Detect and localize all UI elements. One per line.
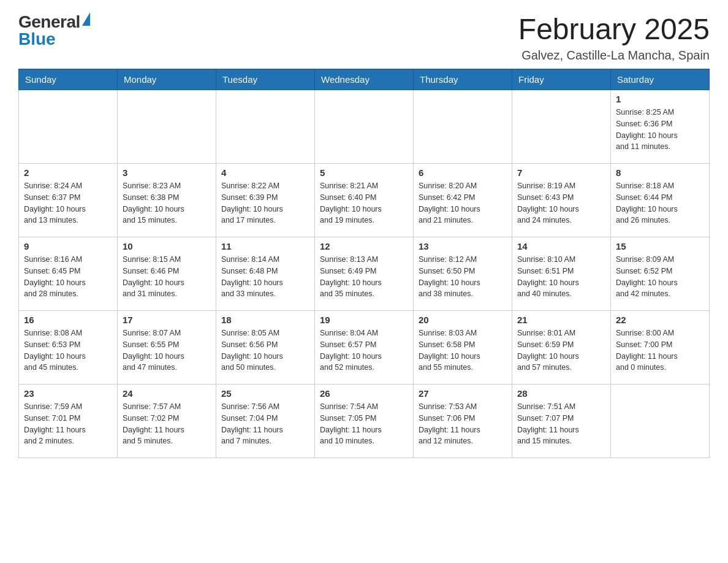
calendar-cell-2-5: 14Sunrise: 8:10 AM Sunset: 6:51 PM Dayli…: [512, 237, 611, 311]
header: General Blue February 2025 Galvez, Casti…: [18, 12, 710, 63]
day-info: Sunrise: 8:07 AM Sunset: 6:55 PM Dayligh…: [123, 327, 211, 373]
weekday-header-monday: Monday: [118, 69, 216, 90]
calendar-title: February 2025: [518, 12, 710, 46]
day-number: 24: [123, 388, 211, 399]
calendar-cell-4-6: [611, 385, 710, 458]
calendar-cell-2-1: 10Sunrise: 8:15 AM Sunset: 6:46 PM Dayli…: [118, 237, 216, 311]
week-row-1: 1Sunrise: 8:25 AM Sunset: 6:36 PM Daylig…: [19, 90, 710, 164]
day-number: 28: [517, 388, 605, 399]
day-number: 20: [419, 315, 507, 325]
day-number: 1: [616, 94, 704, 104]
calendar-cell-4-2: 25Sunrise: 7:56 AM Sunset: 7:04 PM Dayli…: [216, 385, 315, 458]
day-info: Sunrise: 7:57 AM Sunset: 7:02 PM Dayligh…: [123, 401, 211, 447]
calendar-cell-1-3: 5Sunrise: 8:21 AM Sunset: 6:40 PM Daylig…: [315, 164, 414, 237]
day-number: 23: [24, 388, 112, 399]
day-number: 15: [616, 241, 704, 251]
calendar-cell-4-4: 27Sunrise: 7:53 AM Sunset: 7:06 PM Dayli…: [414, 385, 512, 458]
calendar-cell-2-2: 11Sunrise: 8:14 AM Sunset: 6:48 PM Dayli…: [216, 237, 315, 311]
calendar-cell-1-0: 2Sunrise: 8:24 AM Sunset: 6:37 PM Daylig…: [19, 164, 118, 237]
week-row-3: 9Sunrise: 8:16 AM Sunset: 6:45 PM Daylig…: [19, 237, 710, 311]
day-number: 6: [419, 167, 507, 178]
title-area: February 2025 Galvez, Castille-La Mancha…: [518, 12, 710, 63]
week-row-4: 16Sunrise: 8:08 AM Sunset: 6:53 PM Dayli…: [19, 311, 710, 385]
day-info: Sunrise: 7:56 AM Sunset: 7:04 PM Dayligh…: [221, 401, 309, 447]
calendar-cell-3-0: 16Sunrise: 8:08 AM Sunset: 6:53 PM Dayli…: [19, 311, 118, 385]
calendar-cell-3-1: 17Sunrise: 8:07 AM Sunset: 6:55 PM Dayli…: [118, 311, 216, 385]
day-number: 5: [320, 167, 408, 178]
day-number: 21: [517, 315, 605, 325]
calendar-cell-4-1: 24Sunrise: 7:57 AM Sunset: 7:02 PM Dayli…: [118, 385, 216, 458]
day-info: Sunrise: 8:15 AM Sunset: 6:46 PM Dayligh…: [123, 254, 211, 300]
day-info: Sunrise: 8:22 AM Sunset: 6:39 PM Dayligh…: [221, 180, 309, 226]
calendar-cell-2-4: 13Sunrise: 8:12 AM Sunset: 6:50 PM Dayli…: [414, 237, 512, 311]
day-info: Sunrise: 8:05 AM Sunset: 6:56 PM Dayligh…: [221, 327, 309, 373]
day-number: 4: [221, 167, 309, 178]
day-info: Sunrise: 8:25 AM Sunset: 6:36 PM Dayligh…: [616, 107, 704, 153]
calendar-cell-2-6: 15Sunrise: 8:09 AM Sunset: 6:52 PM Dayli…: [611, 237, 710, 311]
day-info: Sunrise: 7:51 AM Sunset: 7:07 PM Dayligh…: [517, 401, 605, 447]
calendar-cell-0-0: [19, 90, 118, 164]
calendar-cell-0-4: [414, 90, 512, 164]
day-number: 17: [123, 315, 211, 325]
calendar-cell-1-4: 6Sunrise: 8:20 AM Sunset: 6:42 PM Daylig…: [414, 164, 512, 237]
day-number: 7: [517, 167, 605, 178]
weekday-header-saturday: Saturday: [611, 69, 710, 90]
day-info: Sunrise: 8:00 AM Sunset: 7:00 PM Dayligh…: [616, 327, 704, 373]
calendar-cell-3-3: 19Sunrise: 8:04 AM Sunset: 6:57 PM Dayli…: [315, 311, 414, 385]
calendar-cell-4-3: 26Sunrise: 7:54 AM Sunset: 7:05 PM Dayli…: [315, 385, 414, 458]
logo-blue: Blue: [18, 29, 127, 49]
day-number: 3: [123, 167, 211, 178]
day-info: Sunrise: 8:21 AM Sunset: 6:40 PM Dayligh…: [320, 180, 408, 226]
day-info: Sunrise: 8:09 AM Sunset: 6:52 PM Dayligh…: [616, 254, 704, 300]
day-info: Sunrise: 8:10 AM Sunset: 6:51 PM Dayligh…: [517, 254, 605, 300]
calendar-cell-3-4: 20Sunrise: 8:03 AM Sunset: 6:58 PM Dayli…: [414, 311, 512, 385]
weekday-header-wednesday: Wednesday: [315, 69, 414, 90]
day-info: Sunrise: 8:20 AM Sunset: 6:42 PM Dayligh…: [419, 180, 507, 226]
day-number: 26: [320, 388, 408, 399]
weekday-header-tuesday: Tuesday: [216, 69, 315, 90]
day-info: Sunrise: 8:23 AM Sunset: 6:38 PM Dayligh…: [123, 180, 211, 226]
day-info: Sunrise: 8:12 AM Sunset: 6:50 PM Dayligh…: [419, 254, 507, 300]
day-number: 18: [221, 315, 309, 325]
calendar-subtitle: Galvez, Castille-La Mancha, Spain: [518, 48, 710, 63]
weekday-header-thursday: Thursday: [414, 69, 512, 90]
calendar-cell-1-5: 7Sunrise: 8:19 AM Sunset: 6:43 PM Daylig…: [512, 164, 611, 237]
calendar-cell-0-5: [512, 90, 611, 164]
weekday-header-friday: Friday: [512, 69, 611, 90]
day-number: 25: [221, 388, 309, 399]
calendar-cell-2-3: 12Sunrise: 8:13 AM Sunset: 6:49 PM Dayli…: [315, 237, 414, 311]
day-number: 11: [221, 241, 309, 251]
weekday-header-row: SundayMondayTuesdayWednesdayThursdayFrid…: [19, 69, 710, 90]
day-number: 12: [320, 241, 408, 251]
day-info: Sunrise: 8:08 AM Sunset: 6:53 PM Dayligh…: [24, 327, 112, 373]
calendar-cell-2-0: 9Sunrise: 8:16 AM Sunset: 6:45 PM Daylig…: [19, 237, 118, 311]
calendar-table: SundayMondayTuesdayWednesdayThursdayFrid…: [18, 69, 710, 458]
calendar-cell-0-6: 1Sunrise: 8:25 AM Sunset: 6:36 PM Daylig…: [611, 90, 710, 164]
day-info: Sunrise: 8:13 AM Sunset: 6:49 PM Dayligh…: [320, 254, 408, 300]
day-info: Sunrise: 8:01 AM Sunset: 6:59 PM Dayligh…: [517, 327, 605, 373]
calendar-cell-4-5: 28Sunrise: 7:51 AM Sunset: 7:07 PM Dayli…: [512, 385, 611, 458]
day-info: Sunrise: 8:19 AM Sunset: 6:43 PM Dayligh…: [517, 180, 605, 226]
calendar-cell-1-2: 4Sunrise: 8:22 AM Sunset: 6:39 PM Daylig…: [216, 164, 315, 237]
day-info: Sunrise: 7:54 AM Sunset: 7:05 PM Dayligh…: [320, 401, 408, 447]
day-info: Sunrise: 8:14 AM Sunset: 6:48 PM Dayligh…: [221, 254, 309, 300]
logo: General Blue: [18, 12, 127, 49]
day-info: Sunrise: 7:59 AM Sunset: 7:01 PM Dayligh…: [24, 401, 112, 447]
day-number: 14: [517, 241, 605, 251]
day-info: Sunrise: 8:04 AM Sunset: 6:57 PM Dayligh…: [320, 327, 408, 373]
calendar-cell-3-5: 21Sunrise: 8:01 AM Sunset: 6:59 PM Dayli…: [512, 311, 611, 385]
day-info: Sunrise: 8:16 AM Sunset: 6:45 PM Dayligh…: [24, 254, 112, 300]
day-number: 27: [419, 388, 507, 399]
day-info: Sunrise: 8:24 AM Sunset: 6:37 PM Dayligh…: [24, 180, 112, 226]
calendar-cell-0-3: [315, 90, 414, 164]
logo-triangle-icon: [82, 12, 90, 26]
calendar-cell-1-1: 3Sunrise: 8:23 AM Sunset: 6:38 PM Daylig…: [118, 164, 216, 237]
week-row-2: 2Sunrise: 8:24 AM Sunset: 6:37 PM Daylig…: [19, 164, 710, 237]
day-number: 19: [320, 315, 408, 325]
day-info: Sunrise: 8:18 AM Sunset: 6:44 PM Dayligh…: [616, 180, 704, 226]
day-number: 16: [24, 315, 112, 325]
day-number: 2: [24, 167, 112, 178]
week-row-5: 23Sunrise: 7:59 AM Sunset: 7:01 PM Dayli…: [19, 385, 710, 458]
day-info: Sunrise: 8:03 AM Sunset: 6:58 PM Dayligh…: [419, 327, 507, 373]
day-number: 8: [616, 167, 704, 178]
